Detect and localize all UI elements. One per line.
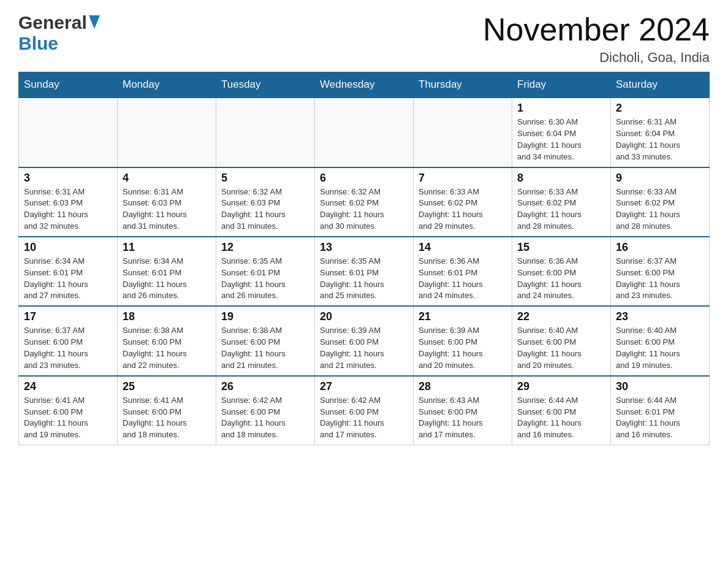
calendar-day-cell: [216, 98, 315, 167]
day-of-week-header: Wednesday: [315, 72, 414, 98]
title-section: November 2024 Dicholi, Goa, India: [483, 12, 710, 66]
logo-triangle-icon: [89, 15, 100, 31]
sun-info: Sunrise: 6:32 AM Sunset: 6:03 PM Dayligh…: [221, 186, 309, 232]
calendar-day-cell: 12Sunrise: 6:35 AM Sunset: 6:01 PM Dayli…: [216, 237, 315, 306]
calendar-day-cell: 13Sunrise: 6:35 AM Sunset: 6:01 PM Dayli…: [315, 237, 414, 306]
day-of-week-header: Saturday: [611, 72, 710, 98]
sun-info: Sunrise: 6:31 AM Sunset: 6:04 PM Dayligh…: [616, 117, 704, 163]
sun-info: Sunrise: 6:33 AM Sunset: 6:02 PM Dayligh…: [616, 186, 704, 232]
sun-info: Sunrise: 6:42 AM Sunset: 6:00 PM Dayligh…: [221, 395, 309, 441]
sun-info: Sunrise: 6:32 AM Sunset: 6:02 PM Dayligh…: [320, 186, 408, 232]
day-number: 7: [419, 172, 507, 185]
day-number: 26: [221, 380, 309, 393]
calendar-week-row: 3Sunrise: 6:31 AM Sunset: 6:03 PM Daylig…: [19, 167, 710, 237]
calendar-day-cell: 18Sunrise: 6:38 AM Sunset: 6:00 PM Dayli…: [118, 306, 216, 375]
page-header: General Blue November 2024 Dicholi, Goa,…: [18, 12, 710, 66]
calendar-day-cell: 7Sunrise: 6:33 AM Sunset: 6:02 PM Daylig…: [414, 167, 512, 237]
day-number: 16: [616, 241, 704, 254]
calendar-day-cell: 23Sunrise: 6:40 AM Sunset: 6:00 PM Dayli…: [611, 306, 710, 375]
day-number: 12: [221, 241, 309, 254]
sun-info: Sunrise: 6:34 AM Sunset: 6:01 PM Dayligh…: [24, 256, 112, 302]
sun-info: Sunrise: 6:40 AM Sunset: 6:00 PM Dayligh…: [616, 325, 704, 371]
calendar-day-cell: 15Sunrise: 6:36 AM Sunset: 6:00 PM Dayli…: [512, 237, 611, 306]
calendar-day-cell: 6Sunrise: 6:32 AM Sunset: 6:02 PM Daylig…: [315, 167, 414, 237]
day-number: 14: [419, 241, 507, 254]
day-number: 28: [419, 380, 507, 393]
day-number: 2: [616, 102, 704, 115]
sun-info: Sunrise: 6:35 AM Sunset: 6:01 PM Dayligh…: [221, 256, 309, 302]
day-number: 30: [616, 380, 704, 393]
calendar-day-cell: 25Sunrise: 6:41 AM Sunset: 6:00 PM Dayli…: [118, 376, 216, 445]
day-number: 6: [320, 172, 408, 185]
day-number: 13: [320, 241, 408, 254]
calendar-day-cell: 26Sunrise: 6:42 AM Sunset: 6:00 PM Dayli…: [216, 376, 315, 445]
sun-info: Sunrise: 6:40 AM Sunset: 6:00 PM Dayligh…: [517, 325, 605, 371]
calendar-table: SundayMondayTuesdayWednesdayThursdayFrid…: [18, 72, 710, 445]
sun-info: Sunrise: 6:37 AM Sunset: 6:00 PM Dayligh…: [616, 256, 704, 302]
day-number: 15: [517, 241, 605, 254]
day-number: 19: [221, 310, 309, 323]
sun-info: Sunrise: 6:38 AM Sunset: 6:00 PM Dayligh…: [123, 325, 211, 371]
calendar-week-row: 24Sunrise: 6:41 AM Sunset: 6:00 PM Dayli…: [19, 376, 710, 445]
logo-general-text: General: [18, 12, 87, 33]
sun-info: Sunrise: 6:36 AM Sunset: 6:00 PM Dayligh…: [517, 256, 605, 302]
logo: General Blue: [18, 12, 100, 54]
day-number: 8: [517, 172, 605, 185]
sun-info: Sunrise: 6:38 AM Sunset: 6:00 PM Dayligh…: [221, 325, 309, 371]
day-number: 18: [123, 310, 211, 323]
day-number: 10: [24, 241, 112, 254]
sun-info: Sunrise: 6:41 AM Sunset: 6:00 PM Dayligh…: [24, 395, 112, 441]
day-number: 27: [320, 380, 408, 393]
day-number: 23: [616, 310, 704, 323]
svg-marker-0: [89, 15, 100, 29]
calendar-day-cell: 14Sunrise: 6:36 AM Sunset: 6:01 PM Dayli…: [414, 237, 512, 306]
calendar-day-cell: 17Sunrise: 6:37 AM Sunset: 6:00 PM Dayli…: [19, 306, 118, 375]
calendar-day-cell: 1Sunrise: 6:30 AM Sunset: 6:04 PM Daylig…: [512, 98, 611, 167]
calendar-day-cell: 8Sunrise: 6:33 AM Sunset: 6:02 PM Daylig…: [512, 167, 611, 237]
calendar-day-cell: 11Sunrise: 6:34 AM Sunset: 6:01 PM Dayli…: [118, 237, 216, 306]
calendar-day-cell: 27Sunrise: 6:42 AM Sunset: 6:00 PM Dayli…: [315, 376, 414, 445]
sun-info: Sunrise: 6:35 AM Sunset: 6:01 PM Dayligh…: [320, 256, 408, 302]
day-of-week-header: Sunday: [19, 72, 118, 98]
calendar-day-cell: 5Sunrise: 6:32 AM Sunset: 6:03 PM Daylig…: [216, 167, 315, 237]
calendar-day-cell: 16Sunrise: 6:37 AM Sunset: 6:00 PM Dayli…: [611, 237, 710, 306]
day-number: 5: [221, 172, 309, 185]
day-number: 3: [24, 172, 112, 185]
day-number: 22: [517, 310, 605, 323]
sun-info: Sunrise: 6:44 AM Sunset: 6:01 PM Dayligh…: [616, 395, 704, 441]
day-number: 9: [616, 172, 704, 185]
day-of-week-header: Friday: [512, 72, 611, 98]
calendar-day-cell: [19, 98, 118, 167]
day-number: 17: [24, 310, 112, 323]
day-number: 11: [123, 241, 211, 254]
calendar-day-cell: 4Sunrise: 6:31 AM Sunset: 6:03 PM Daylig…: [118, 167, 216, 237]
day-number: 4: [123, 172, 211, 185]
calendar-day-cell: 30Sunrise: 6:44 AM Sunset: 6:01 PM Dayli…: [611, 376, 710, 445]
sun-info: Sunrise: 6:42 AM Sunset: 6:00 PM Dayligh…: [320, 395, 408, 441]
day-of-week-header: Tuesday: [216, 72, 315, 98]
day-number: 20: [320, 310, 408, 323]
calendar-week-row: 10Sunrise: 6:34 AM Sunset: 6:01 PM Dayli…: [19, 237, 710, 306]
day-number: 29: [517, 380, 605, 393]
calendar-day-cell: [414, 98, 512, 167]
day-number: 25: [123, 380, 211, 393]
sun-info: Sunrise: 6:39 AM Sunset: 6:00 PM Dayligh…: [419, 325, 507, 371]
calendar-day-cell: 10Sunrise: 6:34 AM Sunset: 6:01 PM Dayli…: [19, 237, 118, 306]
sun-info: Sunrise: 6:30 AM Sunset: 6:04 PM Dayligh…: [517, 117, 605, 163]
calendar-day-cell: 9Sunrise: 6:33 AM Sunset: 6:02 PM Daylig…: [611, 167, 710, 237]
calendar-day-cell: 22Sunrise: 6:40 AM Sunset: 6:00 PM Dayli…: [512, 306, 611, 375]
calendar-day-cell: [118, 98, 216, 167]
sun-info: Sunrise: 6:43 AM Sunset: 6:00 PM Dayligh…: [419, 395, 507, 441]
calendar-day-cell: 21Sunrise: 6:39 AM Sunset: 6:00 PM Dayli…: [414, 306, 512, 375]
calendar-day-cell: 19Sunrise: 6:38 AM Sunset: 6:00 PM Dayli…: [216, 306, 315, 375]
sun-info: Sunrise: 6:37 AM Sunset: 6:00 PM Dayligh…: [24, 325, 112, 371]
sun-info: Sunrise: 6:44 AM Sunset: 6:00 PM Dayligh…: [517, 395, 605, 441]
calendar-day-cell: [315, 98, 414, 167]
sun-info: Sunrise: 6:41 AM Sunset: 6:00 PM Dayligh…: [123, 395, 211, 441]
sun-info: Sunrise: 6:33 AM Sunset: 6:02 PM Dayligh…: [517, 186, 605, 232]
calendar-day-cell: 24Sunrise: 6:41 AM Sunset: 6:00 PM Dayli…: [19, 376, 118, 445]
month-title: November 2024: [483, 12, 710, 47]
calendar-day-cell: 2Sunrise: 6:31 AM Sunset: 6:04 PM Daylig…: [611, 98, 710, 167]
sun-info: Sunrise: 6:33 AM Sunset: 6:02 PM Dayligh…: [419, 186, 507, 232]
logo-blue-text: Blue: [18, 33, 58, 53]
